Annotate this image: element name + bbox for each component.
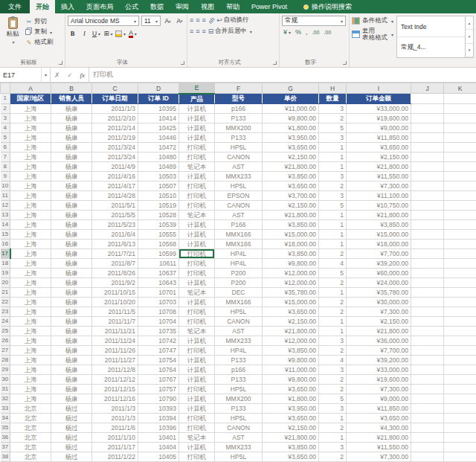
cell[interactable]: 上海 (10, 210, 51, 219)
cell[interactable]: ¥7,300.00 (347, 307, 411, 316)
table-header-cell[interactable]: 订单金额 (347, 94, 411, 104)
cell[interactable] (411, 287, 444, 297)
cell[interactable]: 10708 (138, 307, 179, 316)
row-header-14[interactable]: 14 (1, 219, 10, 229)
cell[interactable]: ¥3,850.00 (263, 248, 319, 258)
cell[interactable]: CANON (215, 316, 263, 326)
cell[interactable]: 2011/1/10 (92, 432, 138, 442)
cell[interactable] (444, 413, 476, 423)
middle-align-icon[interactable]: ≡ (196, 16, 199, 24)
cell[interactable] (444, 152, 476, 161)
cell[interactable]: 杨过 (51, 442, 92, 452)
cell[interactable]: 10742 (138, 336, 179, 345)
cell[interactable]: ¥10,750.00 (347, 200, 411, 210)
cell[interactable]: 杨康 (51, 219, 92, 229)
tab-开始[interactable]: 开始 (30, 0, 55, 13)
cell[interactable]: 杨康 (51, 210, 92, 219)
cell[interactable]: 4 (319, 355, 347, 365)
cell[interactable] (411, 268, 444, 277)
cell[interactable]: 2011/1/3 (92, 413, 138, 423)
cut-button[interactable]: ✂ 剪切 (25, 17, 54, 26)
cell[interactable]: ¥1,800.00 (263, 394, 319, 403)
cell[interactable] (411, 442, 444, 452)
cell[interactable]: 2011/12/8 (92, 365, 138, 374)
column-header-C[interactable]: C (92, 83, 138, 94)
row-header-36[interactable]: 36 (1, 432, 10, 442)
cell[interactable] (411, 200, 444, 210)
cell[interactable]: 2011/6/4 (92, 229, 138, 239)
cell[interactable] (411, 452, 444, 461)
cell[interactable]: 上海 (10, 374, 51, 384)
cell[interactable]: 2011/11/5 (92, 307, 138, 316)
cell[interactable]: 打印机 (179, 142, 215, 152)
cell[interactable]: 杨过 (51, 413, 92, 423)
cell[interactable]: 3 (319, 190, 347, 200)
row-header-38[interactable]: 38 (1, 452, 10, 461)
cell[interactable] (444, 345, 476, 355)
cell[interactable]: ¥7,700.00 (347, 248, 411, 258)
cell[interactable]: 上海 (10, 152, 51, 161)
row-header-33[interactable]: 33 (1, 403, 10, 413)
cell[interactable]: ¥3,650.00 (263, 384, 319, 394)
cell[interactable]: 计算机 (179, 132, 215, 142)
orientation-icon[interactable]: ab (207, 16, 216, 25)
cell[interactable] (444, 277, 476, 287)
cell[interactable]: 杨康 (51, 258, 92, 268)
cell[interactable]: 计算机 (179, 171, 215, 181)
cell[interactable]: 10528 (138, 210, 179, 219)
cell[interactable]: 杨康 (51, 103, 92, 113)
cell[interactable]: P133 (215, 113, 263, 123)
decrease-font-size-button[interactable]: A▾ (175, 16, 184, 26)
cell[interactable] (444, 200, 476, 210)
cell[interactable]: 2011/1/17 (92, 442, 138, 452)
borders-button[interactable]: ⊞▾ (103, 28, 113, 39)
cell[interactable]: 10480 (138, 152, 179, 161)
cell[interactable]: P133 (215, 355, 263, 365)
cell[interactable]: 10414 (138, 113, 179, 123)
gallery-scrollbar[interactable]: ▴ ▾ ▾ (465, 16, 473, 57)
cell[interactable]: 2 (319, 113, 347, 123)
cell[interactable]: 计算机 (179, 336, 215, 345)
cell[interactable]: ¥21,800.00 (263, 161, 319, 171)
cell[interactable]: 2 (319, 277, 347, 287)
cancel-icon[interactable]: ✗ (54, 71, 60, 79)
formula-input[interactable]: 打印机 (89, 68, 476, 82)
cell[interactable]: ¥2,150.00 (347, 152, 411, 161)
row-header-19[interactable]: 19 (1, 268, 10, 277)
table-header-cell[interactable]: 数量 (319, 94, 347, 104)
font-family-select[interactable]: Arial Unicode MS ▾ (68, 16, 139, 26)
cell[interactable] (411, 394, 444, 403)
cell[interactable]: 2011/5/5 (92, 210, 138, 219)
cell[interactable]: 上海 (10, 171, 51, 181)
font-size-select[interactable]: 11 ▾ (141, 16, 161, 26)
cell[interactable]: 2 (319, 181, 347, 190)
cell[interactable] (411, 277, 444, 287)
cell[interactable]: 计算机 (179, 113, 215, 123)
column-header-A[interactable]: A (10, 83, 51, 94)
cell[interactable]: 10503 (138, 171, 179, 181)
wrap-text-button[interactable]: ↩ 自动换行 (216, 16, 249, 25)
cell[interactable]: 上海 (10, 132, 51, 142)
row-header-16[interactable]: 16 (1, 239, 10, 248)
align-left-icon[interactable]: ≡ (190, 28, 193, 35)
decrease-decimal-button[interactable]: .00 (324, 30, 331, 35)
cell[interactable]: HP5L (215, 413, 263, 423)
cell[interactable]: 杨康 (51, 113, 92, 123)
column-header-B[interactable]: B (51, 83, 92, 94)
selected-cell[interactable]: 打印机 (179, 248, 215, 258)
cell[interactable]: ¥21,800.00 (347, 432, 411, 442)
cell[interactable]: 2011/4/16 (92, 171, 138, 181)
cell[interactable]: 杨康 (51, 123, 92, 132)
cell[interactable]: 计算机 (179, 374, 215, 384)
enter-icon[interactable]: ✓ (67, 71, 73, 79)
cell[interactable] (411, 181, 444, 190)
cell[interactable] (411, 142, 444, 152)
row-header-6[interactable]: 6 (1, 142, 10, 152)
cell[interactable] (411, 171, 444, 181)
cell[interactable]: 打印机 (179, 345, 215, 355)
alignment-dialog-launcher[interactable] (273, 61, 277, 65)
cell[interactable]: 北京 (10, 423, 51, 432)
cell[interactable]: ¥9,800.00 (263, 113, 319, 123)
cell[interactable]: ¥35,780.00 (347, 287, 411, 297)
cell[interactable]: 打印机 (179, 452, 215, 461)
